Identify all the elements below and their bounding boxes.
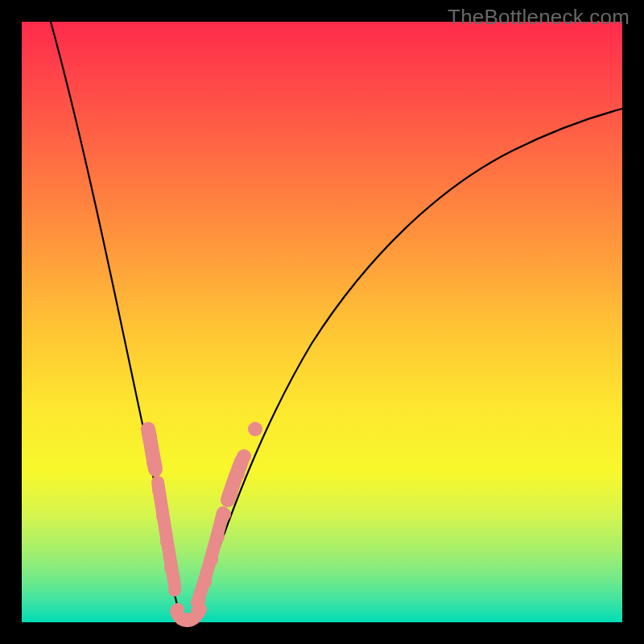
marker-left-7 bbox=[168, 584, 181, 597]
marker-left-1 bbox=[142, 430, 157, 444]
marker-left-3 bbox=[152, 484, 165, 497]
marker-right-1 bbox=[237, 449, 251, 464]
valley-left bbox=[171, 603, 184, 616]
marker-right-7 bbox=[199, 576, 212, 588]
marker-left-5 bbox=[160, 535, 173, 548]
chart-plot-area bbox=[22, 22, 622, 622]
chart-overlay bbox=[22, 22, 622, 622]
marker-right-5 bbox=[212, 530, 225, 543]
marker-right-top bbox=[248, 422, 262, 436]
marker-right-6 bbox=[205, 553, 218, 566]
marker-left-4 bbox=[156, 510, 169, 522]
marker-left-6 bbox=[164, 561, 177, 574]
curve-right bbox=[186, 109, 622, 621]
valley-right bbox=[191, 605, 204, 617]
marker-left-2 bbox=[147, 456, 161, 470]
watermark-text: TheBottleneck.com bbox=[448, 5, 630, 30]
marker-right-2 bbox=[230, 467, 245, 481]
marker-right-4 bbox=[218, 508, 231, 521]
marker-right-3 bbox=[225, 487, 237, 500]
